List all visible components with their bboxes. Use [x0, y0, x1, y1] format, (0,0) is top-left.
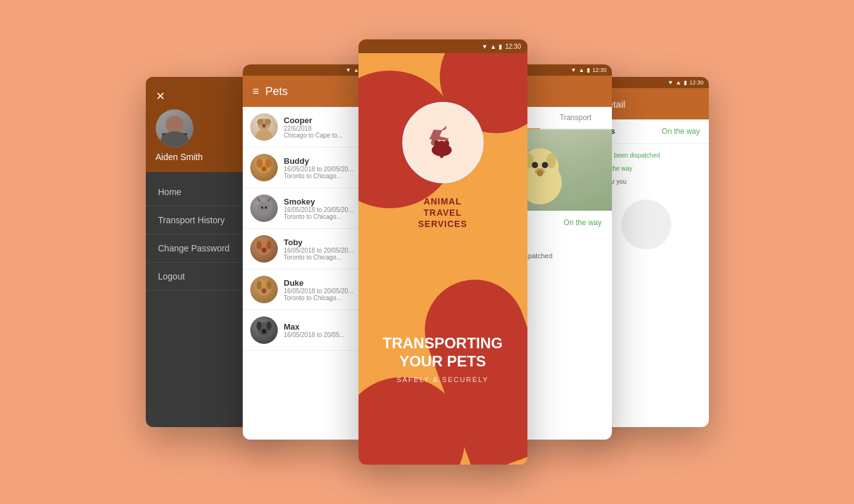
logo-circle	[402, 102, 484, 183]
svg-point-37	[532, 162, 538, 168]
svg-marker-11	[267, 197, 272, 202]
wifi-icon: ▼	[345, 67, 351, 73]
svg-point-7	[265, 159, 272, 168]
svg-point-19	[257, 281, 262, 290]
wifi-icon: ▼	[571, 67, 576, 73]
pet-avatar-duke	[250, 276, 278, 303]
svg-point-32	[440, 152, 444, 158]
brand-text: ANIMAL TRAVEL SERVICES	[418, 196, 467, 230]
svg-point-9	[257, 201, 271, 215]
hamburger-icon[interactable]: ≡	[253, 85, 260, 98]
svg-point-23	[257, 321, 262, 330]
wifi-icon: ▼	[482, 43, 488, 50]
svg-point-40	[537, 170, 543, 176]
svg-marker-10	[257, 197, 262, 202]
svg-point-4	[262, 124, 266, 128]
battery-icon: ▮	[587, 67, 590, 73]
time-display: 12:30	[689, 79, 704, 86]
pet-avatar-max	[250, 316, 278, 344]
battery-icon: ▮	[684, 79, 687, 86]
tab-transport[interactable]: Transport	[540, 107, 612, 128]
signal-icon: ▲	[579, 67, 584, 73]
pet-avatar-smokey	[250, 194, 278, 222]
booking-status-value: On the way	[662, 127, 700, 136]
svg-point-31	[435, 151, 439, 155]
splash-sub-text: SAFELY & SECURELY	[371, 376, 515, 383]
svg-point-38	[542, 162, 548, 168]
wifi-icon: ▼	[668, 79, 673, 86]
svg-point-2	[257, 119, 263, 125]
svg-point-30	[444, 151, 448, 155]
logo-container: ANIMAL TRAVEL SERVICES	[402, 102, 484, 230]
beard-decoration	[162, 133, 187, 146]
svg-point-20	[267, 281, 272, 290]
svg-point-12	[261, 206, 263, 209]
signal-icon: ▲	[676, 79, 681, 86]
splash-tagline: TRANSPORTING YOUR PETS SAFELY & SECURELY	[358, 335, 527, 383]
main-content: ▼ ▲ ▮ 12:30	[358, 39, 527, 465]
avatar	[156, 109, 193, 147]
time-display: 12:30	[505, 43, 521, 50]
avatar-face	[156, 109, 193, 147]
time-display: 12:30	[592, 67, 607, 73]
svg-point-21	[262, 288, 267, 293]
svg-point-17	[262, 248, 267, 253]
screen-main: ▼ ▲ ▮ 12:30	[358, 39, 527, 465]
battery-icon: ▮	[499, 43, 502, 50]
svg-point-15	[257, 241, 262, 249]
username-label: Aiden Smith	[156, 152, 203, 162]
pet-avatar-cooper	[250, 113, 278, 141]
placeholder-circle	[621, 199, 671, 249]
pets-screen-title: Pets	[265, 85, 288, 98]
svg-point-29	[444, 140, 449, 148]
svg-point-13	[265, 206, 267, 209]
svg-point-8	[262, 166, 267, 171]
main-status-bar: ▼ ▲ ▮ 12:30	[358, 39, 527, 53]
status-value: On the way	[564, 218, 602, 227]
pet-avatar-buddy	[250, 154, 278, 181]
svg-point-6	[257, 159, 263, 168]
svg-point-25	[262, 329, 267, 334]
splash-main-text: TRANSPORTING YOUR PETS	[371, 335, 515, 371]
svg-point-3	[265, 119, 271, 125]
screens-container: ✕ Aiden Smith Home Transport History Cha…	[146, 39, 709, 465]
close-button[interactable]: ✕	[156, 89, 165, 103]
svg-point-16	[267, 241, 272, 249]
brand-logo-svg	[418, 118, 468, 168]
signal-icon: ▲	[491, 43, 497, 50]
svg-point-1	[255, 129, 273, 141]
svg-point-24	[267, 321, 272, 330]
pet-avatar-toby	[250, 235, 278, 263]
svg-point-28	[434, 140, 439, 148]
